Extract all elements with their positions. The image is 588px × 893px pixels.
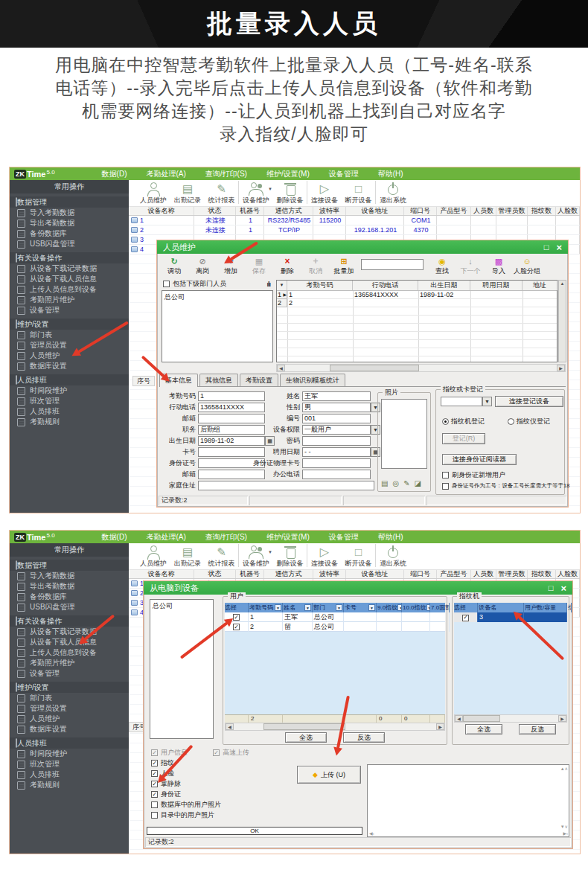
sidebar-entry[interactable]: 考勤规则 — [10, 780, 129, 790]
scrollbar-thumb[interactable] — [263, 723, 345, 730]
device-column-header[interactable]: 状态 — [194, 207, 236, 215]
device-column-header[interactable]: 产品型号 — [437, 207, 471, 215]
dialog-toolbar-button[interactable]: ⊞ 批量加 — [330, 257, 358, 276]
toolbar-button[interactable]: 退出系统 — [376, 544, 410, 567]
field-input[interactable]: 001 — [302, 414, 371, 423]
device-column-header[interactable]: 端口号 — [404, 570, 437, 578]
toolbar-button[interactable]: 设备维护 — [239, 181, 273, 204]
sidebar-entry[interactable]: 从设备下载人员信息 — [10, 637, 129, 647]
device-column-header[interactable]: 人脸数 — [556, 207, 580, 215]
menu-item[interactable]: 设备管理 — [319, 169, 368, 179]
edit-photo-icon[interactable]: ✎ — [403, 479, 409, 487]
sidebar-entry[interactable]: 从设备下载人员信息 — [10, 274, 129, 284]
device-column-header[interactable]: 人员数 — [471, 207, 496, 215]
scroll-down-icon[interactable]: ∨ — [560, 824, 568, 829]
scroll-right-icon[interactable] — [558, 715, 566, 722]
upload-option-checkbox[interactable]: ✓ 身份证 — [151, 790, 221, 799]
user-horizontal-scrollbar[interactable] — [225, 723, 445, 731]
sidebar-entry[interactable]: 设备管理 — [10, 305, 129, 316]
field-input[interactable] — [302, 458, 371, 468]
device-column-header[interactable]: 端口号 — [404, 207, 437, 215]
connect-registration-device-button[interactable]: 连接登记设备 — [495, 396, 563, 407]
scrollbar-thumb[interactable] — [463, 715, 500, 722]
toolbar-button[interactable]: 退出系统 — [376, 181, 410, 204]
device-column-header[interactable]: 机器号 — [236, 570, 264, 578]
dialog-toolbar-button[interactable]: ⊘ 离岗 — [188, 257, 217, 276]
user-column-header[interactable]: 姓名 ▼ — [283, 603, 313, 612]
grid-vertical-scrollbar[interactable] — [557, 280, 566, 362]
sidebar-entry[interactable]: 时间段维护 — [10, 749, 129, 759]
sidebar-entry[interactable]: 考勤规则 — [10, 417, 129, 427]
tab[interactable]: 考勤设置 — [240, 374, 278, 386]
device-column-header[interactable]: 产品型号 — [437, 570, 471, 578]
sidebar-entry[interactable]: 考勤照片维护 — [10, 658, 129, 668]
user-column-header[interactable]: 考勤号码 ▼ — [249, 603, 283, 612]
dialog-toolbar-button[interactable]: ◉ 查找 — [428, 257, 456, 276]
device-column-header[interactable]: 指纹数 — [528, 570, 556, 578]
fingerprint-machine-radio[interactable]: 指纹机登记 — [442, 417, 485, 426]
tab[interactable]: 其他信息 — [199, 374, 238, 386]
device-column-header[interactable]: 波特率 — [313, 207, 346, 215]
close-icon[interactable] — [560, 583, 566, 594]
device-column-header[interactable]: 管理员数 — [496, 570, 528, 578]
menu-item[interactable]: 维护/设置(M) — [257, 169, 319, 179]
scroll-left-icon[interactable]: ‹ — [369, 830, 374, 836]
device-column-header[interactable]: 人脸数 — [556, 570, 580, 578]
toolbar-button[interactable]: 出勤记录 — [170, 181, 205, 204]
sidebar-entry[interactable]: 设备管理 — [10, 668, 129, 679]
sidebar-entry[interactable]: 导入考勤数据 — [10, 208, 129, 218]
menu-item[interactable]: 帮助(H) — [368, 532, 413, 542]
fingerprint-reader-radio[interactable]: 指纹仪登记 — [508, 417, 550, 426]
device-column-header[interactable]: 设备名称 — [129, 570, 194, 578]
upload-option-checkbox[interactable]: 目录中的用户照片 — [151, 810, 221, 820]
field-input[interactable] — [198, 481, 374, 490]
tree-node[interactable]: 总公司 — [153, 601, 211, 611]
camera-icon[interactable]: ◎ — [392, 479, 399, 487]
sidebar-entry[interactable]: 上传人员信息到设备 — [10, 284, 129, 295]
sidebar-entry[interactable]: 导出考勤数据 — [10, 218, 129, 228]
toolbar-button[interactable]: 删除设备 — [273, 181, 307, 204]
grid-column-header[interactable]: 行动电话 — [353, 281, 418, 290]
upload-option-checkbox[interactable]: ✓ 高速上传 — [213, 748, 249, 758]
sidebar-entry[interactable]: 数据管理 — [10, 560, 129, 571]
sidebar-entry[interactable]: 维护/设置 — [10, 319, 129, 330]
menu-item[interactable]: 查询/打印(S) — [196, 169, 257, 179]
include-sub-dept-checkbox[interactable]: 包括下级部门人员 ılı — [163, 279, 273, 289]
menu-item[interactable]: 考勤处理(A) — [137, 532, 196, 542]
sidebar-entry[interactable]: 从设备下载记录数据 — [10, 627, 129, 637]
grid-column-header[interactable]: 考勤号码 — [287, 281, 353, 290]
capture-photo-icon[interactable]: ◪ — [415, 479, 421, 487]
personnel-grid-row[interactable]: 2 2 — [277, 299, 557, 307]
toolbar-button[interactable]: 人员维护 — [136, 544, 170, 567]
scroll-up-icon[interactable] — [558, 280, 566, 362]
menu-item[interactable]: 设备管理 — [319, 532, 368, 542]
toolbar-button[interactable]: 删除设备 — [273, 544, 307, 567]
device-column-header[interactable]: 指 — [567, 603, 572, 612]
sidebar-entry[interactable]: 班次管理 — [10, 396, 129, 406]
maximize-icon[interactable] — [544, 243, 549, 252]
department-tree[interactable]: 总公司 — [162, 290, 273, 362]
user-column-header[interactable]: 10.0指纹 ▼ — [402, 603, 430, 612]
device-column-header[interactable]: 用户数/容量 — [524, 603, 567, 612]
register-button[interactable]: 登记(R) — [442, 433, 485, 444]
dialog-toolbar-button[interactable]: + 取消 — [301, 257, 330, 276]
toolbar-button[interactable]: 统计报表 — [205, 181, 239, 204]
sidebar-entry[interactable]: 管理员设置 — [10, 340, 129, 351]
field-input[interactable]: 男 — [302, 403, 371, 412]
sidebar-entry[interactable]: 数据管理 — [10, 196, 129, 208]
toolbar-button[interactable]: 断开设备 — [342, 544, 376, 567]
field-input[interactable] — [302, 470, 371, 479]
sidebar-entry[interactable]: 人员排班 — [10, 406, 129, 417]
user-row[interactable]: ✓ 2 留 总公司 — [225, 622, 445, 632]
device-column-header[interactable]: 通信方式 — [264, 207, 313, 215]
dialog-toolbar-button[interactable]: ▩ 导入 — [485, 257, 513, 276]
sidebar-entry[interactable]: 备份数据库 — [10, 228, 129, 239]
scroll-right-icon[interactable]: › — [563, 830, 568, 836]
device-column-header[interactable]: 指纹数 — [528, 207, 556, 215]
device-column-header[interactable]: 设备地址 — [346, 570, 404, 578]
device-horizontal-scrollbar[interactable] — [454, 714, 567, 723]
field-input[interactable]: 王军 — [302, 391, 371, 401]
device-column-header[interactable]: 通信方式 — [264, 570, 313, 578]
device-column-header[interactable]: 身... — [580, 207, 581, 215]
device-column-header[interactable]: 机器号 — [236, 207, 264, 215]
